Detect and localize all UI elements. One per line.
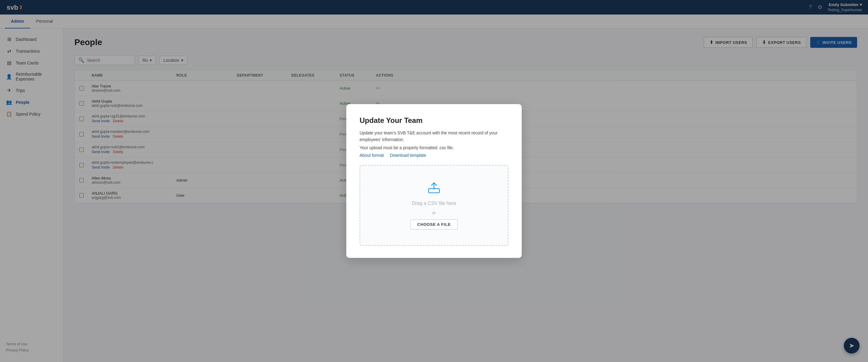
upload-icon <box>427 181 441 196</box>
drop-text: Drag a CSV file here <box>412 201 456 206</box>
modal-title: Update Your Team <box>360 116 508 125</box>
choose-file-button[interactable]: CHOOSE A FILE <box>410 219 458 229</box>
modal-desc-1: Update your team's SVB T&E account with … <box>360 130 508 143</box>
modal-desc-2: Your upload must be a properly formatted… <box>360 144 508 151</box>
about-format-link[interactable]: About format <box>360 153 384 158</box>
modal-overlay[interactable]: Update Your Team Update your team's SVB … <box>0 0 868 362</box>
update-team-modal: Update Your Team Update your team's SVB … <box>346 104 522 258</box>
or-text: or <box>432 211 436 215</box>
modal-links: About format Download template <box>360 153 508 158</box>
download-template-link[interactable]: Download template <box>390 153 426 158</box>
drop-zone[interactable]: Drag a CSV file here or CHOOSE A FILE <box>360 165 508 246</box>
